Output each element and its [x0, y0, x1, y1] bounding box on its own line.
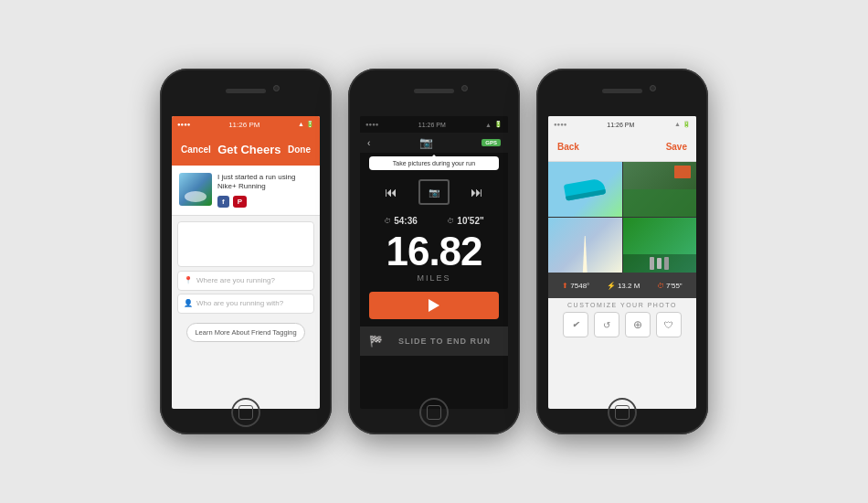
- cancel-button[interactable]: Cancel: [181, 144, 211, 155]
- back-icon[interactable]: ‹: [367, 138, 370, 148]
- friend-placeholder: Who are you running with?: [196, 299, 283, 307]
- home-button-3[interactable]: [608, 398, 637, 427]
- screen-get-cheers: ●●●● 11:26 PM ▲ 🔋 Cancel Get Cheers Done…: [172, 116, 320, 409]
- pinterest-button[interactable]: P: [233, 196, 247, 208]
- distance-stat-photo: ⚡ 13.2 M: [607, 282, 640, 290]
- phone-running: ●●●● 11:26 PM ▲ 🔋 ‹ 📷 GPS Take pictures …: [348, 69, 520, 434]
- customize-label: CUSTOMIZE YOUR PHOTO: [554, 302, 691, 308]
- gps-badge: GPS: [482, 139, 501, 146]
- playback-controls: ⏮ 📷 ⏭: [360, 174, 508, 210]
- home-button-2[interactable]: [419, 398, 449, 427]
- pace-value: 10'52": [457, 216, 483, 226]
- battery-icon-3: 🔋: [683, 121, 691, 128]
- battery-icon: 🔋: [306, 121, 314, 128]
- distance-number: 16.82: [360, 231, 508, 272]
- photo-run-stats: ⬆ 7548° ⚡ 13.2 M ⏱ 7'55": [548, 273, 696, 298]
- rewind-button[interactable]: ⏮: [385, 185, 397, 199]
- distance-display: 16.82 MILES: [360, 228, 508, 284]
- page-title-cheers: Get Cheers: [217, 143, 281, 156]
- photo-crowd: [623, 162, 697, 217]
- post-area: I just started a run using Nike+ Running…: [172, 166, 320, 216]
- status-bar-2: ●●●● 11:26 PM ▲ 🔋: [360, 116, 508, 133]
- back-button[interactable]: Back: [557, 142, 579, 152]
- pace-value-photo: 7'55": [666, 282, 683, 290]
- distance-unit: MILES: [360, 273, 508, 283]
- gps-bar: ‹ 📷 GPS: [360, 133, 508, 153]
- post-text: I just started a run using Nike+ Running: [217, 173, 312, 192]
- location-input-row[interactable]: 📍 Where are you running?: [177, 271, 314, 291]
- elevation-icon: ⬆: [562, 282, 568, 290]
- camera-3: [650, 85, 656, 91]
- speaker: [226, 89, 266, 93]
- forward-button[interactable]: ⏭: [471, 185, 483, 199]
- friend-icon: 👤: [184, 299, 193, 307]
- run-thumbnail: [179, 173, 212, 206]
- status-time-2: 11:26 PM: [418, 122, 446, 128]
- slide-to-end-bar[interactable]: 🏁 SLIDE TO END RUN: [360, 326, 508, 356]
- phone-get-cheers: ●●●● 11:26 PM ▲ 🔋 Cancel Get Cheers Done…: [160, 69, 332, 434]
- camera-capture-icon[interactable]: 📷: [419, 136, 433, 149]
- done-button[interactable]: Done: [288, 144, 311, 155]
- location-icon: 📍: [184, 276, 193, 284]
- photo-collage: [548, 162, 696, 273]
- status-bar-1: ●●●● 11:26 PM ▲ 🔋: [172, 116, 320, 133]
- camera-2: [461, 85, 468, 91]
- photo-header: Back Save: [548, 133, 696, 162]
- flag-icon: 🏁: [369, 335, 383, 348]
- save-button[interactable]: Save: [666, 142, 687, 152]
- slide-to-end-label: SLIDE TO END RUN: [390, 337, 499, 346]
- camera-tooltip: Take pictures during your run: [369, 156, 499, 170]
- pace-stat-photo: ⏱ 7'55": [657, 282, 683, 290]
- camera-small-icon: 📷: [429, 187, 439, 198]
- add-button[interactable]: ⊕: [625, 312, 651, 337]
- nike-logo-button[interactable]: ✔: [563, 312, 588, 337]
- status-bar-3: ●●●● 11:26 PM ▲ 🔋: [548, 116, 696, 133]
- elevation-stat: ⬆ 7548°: [562, 282, 589, 290]
- home-button-1[interactable]: [231, 398, 260, 427]
- speaker-2: [414, 89, 454, 93]
- speaker-3: [602, 89, 642, 93]
- screen-photo: ●●●● 11:26 PM ▲ 🔋 Back Save: [548, 116, 696, 409]
- photo-shoe: [548, 162, 622, 217]
- run-stats-row: ⏱ 54:36 ⏱ 10'52": [360, 210, 508, 228]
- message-textarea[interactable]: [177, 221, 314, 267]
- clock-icon-photo: ⏱: [657, 282, 664, 290]
- location-placeholder: Where are you running?: [196, 276, 275, 284]
- play-pause-button[interactable]: [369, 292, 499, 319]
- screen-running: ●●●● 11:26 PM ▲ 🔋 ‹ 📷 GPS Take pictures …: [360, 116, 508, 409]
- camera: [273, 85, 280, 91]
- photo-runners: [623, 218, 697, 273]
- phone-photo: ●●●● 11:26 PM ▲ 🔋 Back Save: [536, 69, 708, 434]
- signal-icon: ▲: [298, 121, 304, 128]
- facebook-button[interactable]: f: [217, 196, 229, 208]
- photo-monument: [548, 218, 622, 273]
- shield-button[interactable]: 🛡: [656, 312, 682, 337]
- friend-input-row[interactable]: 👤 Who are you running with?: [177, 294, 314, 314]
- status-time-3: 11:26 PM: [607, 122, 634, 128]
- clock-icon: ⏱: [384, 217, 391, 225]
- customize-buttons: ✔ ↺ ⊕ 🛡: [554, 312, 691, 337]
- pace-icon: ⏱: [447, 217, 454, 225]
- customize-section: CUSTOMIZE YOUR PHOTO ✔ ↺ ⊕ 🛡: [548, 298, 696, 339]
- social-buttons: f P: [217, 196, 312, 208]
- elapsed-time: 54:36: [394, 216, 418, 226]
- phones-container: ●●●● 11:26 PM ▲ 🔋 Cancel Get Cheers Done…: [160, 69, 708, 434]
- signal-icon-3: ▲: [674, 121, 681, 128]
- lightning-icon: ⚡: [607, 282, 616, 290]
- distance-value-photo: 13.2 M: [618, 282, 640, 290]
- center-control[interactable]: 📷: [418, 179, 450, 205]
- status-time-1: 11:26 PM: [228, 121, 259, 129]
- pace-stat: ⏱ 10'52": [447, 216, 483, 226]
- learn-more-button[interactable]: Learn More About Friend Tagging: [186, 323, 305, 342]
- play-icon: [429, 299, 439, 312]
- route-button[interactable]: ↺: [594, 312, 619, 337]
- time-stat: ⏱ 54:36: [384, 216, 418, 226]
- elevation-value: 7548°: [570, 282, 589, 290]
- cheers-header: Cancel Get Cheers Done: [172, 133, 320, 166]
